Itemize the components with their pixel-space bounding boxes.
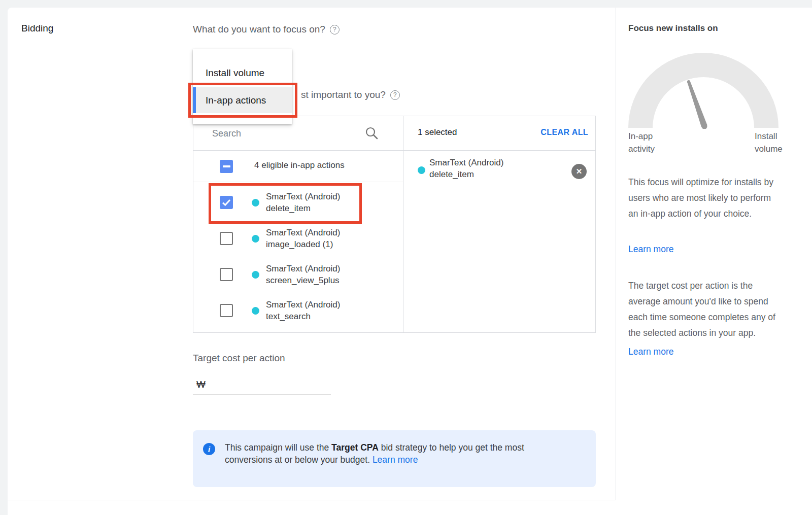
- gauge-dial-icon: [628, 49, 779, 129]
- unchecked-checkbox[interactable]: [220, 268, 233, 281]
- action-row-image-loaded[interactable]: SmarText (Android) image_loaded (1): [193, 225, 403, 252]
- app-name: SmarText (Android): [266, 300, 340, 310]
- app-name: SmarText (Android): [266, 264, 340, 273]
- actions-question: st important to you? ?: [301, 89, 400, 100]
- actions-question-visible-label: st important to you?: [301, 89, 386, 100]
- gauge-left-label: In-app activity: [628, 130, 674, 155]
- learn-more-link[interactable]: Learn more: [628, 347, 674, 357]
- app-name: SmarText (Android): [266, 228, 340, 237]
- help-icon[interactable]: ?: [330, 25, 340, 35]
- section-title: Bidding: [21, 23, 53, 34]
- remove-selected-button[interactable]: ✕: [571, 164, 587, 179]
- in-app-actions-picker: 1 selected CLEAR ALL 4 eligible in-app a…: [193, 116, 596, 333]
- focus-question: What do you want to focus on? ?: [193, 24, 340, 35]
- action-row-delete-item[interactable]: SmarText (Android) delete_item: [193, 189, 403, 216]
- target-cpa-label: Target cost per action: [193, 353, 285, 364]
- dropdown-option-label: In-app actions: [206, 95, 266, 106]
- sidebar-paragraph-focus: This focus will optimize for installs by…: [628, 175, 781, 222]
- search-input[interactable]: [212, 125, 354, 142]
- target-cpa-field: ₩: [193, 374, 331, 395]
- focus-question-label: What do you want to focus on?: [193, 24, 325, 35]
- action-label: SmarText (Android) text_search: [266, 299, 340, 322]
- dropdown-option-install-volume[interactable]: Install volume: [193, 58, 292, 87]
- action-name: text_search: [266, 312, 311, 321]
- eligible-actions-group-row[interactable]: 4 eligible in-app actions: [193, 151, 403, 182]
- sidebar-divider: [616, 8, 616, 500]
- info-text-post: bid strategy to help you get the most: [379, 442, 524, 453]
- info-text-bold: Target CPA: [331, 442, 379, 453]
- focus-dropdown-menu: Install volume In-app actions: [193, 49, 292, 124]
- action-row-text-search[interactable]: SmarText (Android) text_search: [193, 297, 403, 324]
- action-label: SmarText (Android) image_loaded (1): [266, 227, 340, 250]
- info-text-pre: This campaign will use the: [225, 442, 331, 453]
- check-icon: [222, 199, 231, 206]
- action-name: delete_item: [266, 203, 311, 213]
- app-name: SmarText (Android): [429, 158, 503, 167]
- action-dot-icon: [252, 199, 259, 207]
- action-dot-icon: [418, 166, 425, 174]
- selected-count: 1 selected: [418, 127, 457, 138]
- unchecked-checkbox[interactable]: [220, 232, 233, 245]
- info-banner-text: This campaign will use the Target CPA bi…: [225, 442, 580, 466]
- currency-symbol: ₩: [196, 379, 206, 390]
- learn-more-link[interactable]: Learn more: [628, 244, 674, 255]
- action-name: screen_view_5plus: [266, 276, 340, 285]
- action-dot-icon: [252, 271, 259, 279]
- minus-icon: [223, 165, 230, 167]
- checked-checkbox[interactable]: [220, 196, 233, 209]
- info-icon: i: [203, 443, 215, 455]
- app-name: SmarText (Android): [266, 192, 340, 201]
- selected-action-item: SmarText (Android) delete_item ✕: [403, 151, 596, 191]
- group-label: 4 eligible in-app actions: [254, 160, 345, 170]
- bid-strategy-info-banner: i This campaign will use the Target CPA …: [193, 430, 596, 487]
- sidebar-title: Focus new installs on: [628, 23, 718, 33]
- unchecked-checkbox[interactable]: [220, 304, 233, 317]
- selected-action-label: SmarText (Android) delete_item: [429, 157, 503, 180]
- dropdown-option-in-app-actions[interactable]: In-app actions: [193, 87, 292, 113]
- learn-more-link[interactable]: Learn more: [373, 455, 418, 465]
- focus-gauge: [628, 49, 779, 131]
- help-icon[interactable]: ?: [390, 90, 400, 100]
- column-divider: [403, 116, 403, 332]
- bidding-settings-page: Bidding What do you want to focus on? ? …: [0, 0, 812, 515]
- target-cpa-input[interactable]: [209, 379, 333, 390]
- action-row-screen-view-5plus[interactable]: SmarText (Android) screen_view_5plus: [193, 261, 403, 288]
- action-label: SmarText (Android) delete_item: [266, 191, 340, 214]
- sidebar-paragraph-target-cpa: The target cost per action is the averag…: [628, 278, 781, 341]
- clear-all-button[interactable]: CLEAR ALL: [540, 128, 588, 137]
- indeterminate-checkbox[interactable]: [220, 160, 233, 173]
- action-dot-icon: [252, 307, 259, 315]
- gauge-right-label: Install volume: [755, 130, 791, 155]
- close-icon: ✕: [576, 167, 583, 176]
- action-name: image_loaded (1): [266, 239, 333, 249]
- search-icon: [365, 126, 379, 142]
- action-name: delete_item: [429, 169, 474, 179]
- info-text-line2: conversions at or below your budget.: [225, 455, 373, 465]
- section-divider: [8, 500, 616, 500]
- action-dot-icon: [252, 235, 259, 243]
- action-label: SmarText (Android) screen_view_5plus: [266, 263, 340, 286]
- selected-option-indicator: [193, 87, 196, 113]
